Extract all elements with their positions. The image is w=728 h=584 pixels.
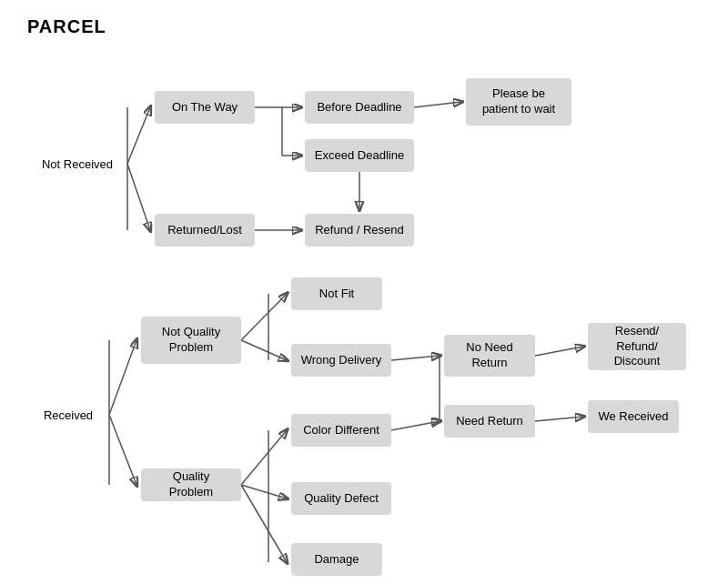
resend-refund-discount-node: Resend/ Refund/ Discount	[588, 323, 686, 370]
svg-line-22	[241, 485, 287, 562]
svg-line-20	[241, 430, 287, 485]
no-need-return-node: No Need Return	[444, 335, 535, 377]
not-quality-problem-node: Not Quality Problem	[141, 317, 241, 364]
svg-line-9	[109, 340, 136, 415]
not-fit-node: Not Fit	[291, 277, 382, 310]
svg-line-15	[391, 356, 440, 360]
returned-lost-node: Returned/Lost	[155, 214, 255, 247]
svg-line-6	[414, 102, 461, 107]
svg-line-16	[535, 347, 583, 356]
svg-line-10	[109, 415, 136, 485]
not-received-node: Not Received	[27, 147, 127, 180]
svg-line-24	[391, 421, 440, 430]
refund-resend-node: Refund / Resend	[305, 214, 414, 247]
svg-line-21	[241, 485, 287, 498]
need-return-node: Need Return	[444, 405, 535, 438]
svg-line-13	[241, 340, 287, 360]
svg-line-17	[535, 417, 583, 421]
received-node: Received	[27, 398, 109, 431]
page-title: PARCEL	[27, 16, 106, 37]
damage-node: Damage	[291, 543, 382, 576]
exceed-deadline-node: Exceed Deadline	[305, 139, 414, 172]
on-the-way-node: On The Way	[155, 91, 255, 124]
svg-line-0	[127, 107, 150, 164]
wrong-delivery-node: Wrong Delivery	[291, 344, 391, 377]
svg-line-12	[241, 294, 287, 340]
we-received-node: We Received	[588, 400, 679, 433]
quality-defect-node: Quality Defect	[291, 482, 391, 515]
quality-problem-node: Quality Problem	[141, 468, 241, 501]
diagram: PARCEL	[0, 0, 728, 584]
before-deadline-node: Before Deadline	[305, 91, 414, 124]
svg-line-1	[127, 164, 150, 230]
color-different-node: Color Different	[291, 414, 391, 447]
please-wait-node: Please be patient to wait	[466, 78, 571, 126]
